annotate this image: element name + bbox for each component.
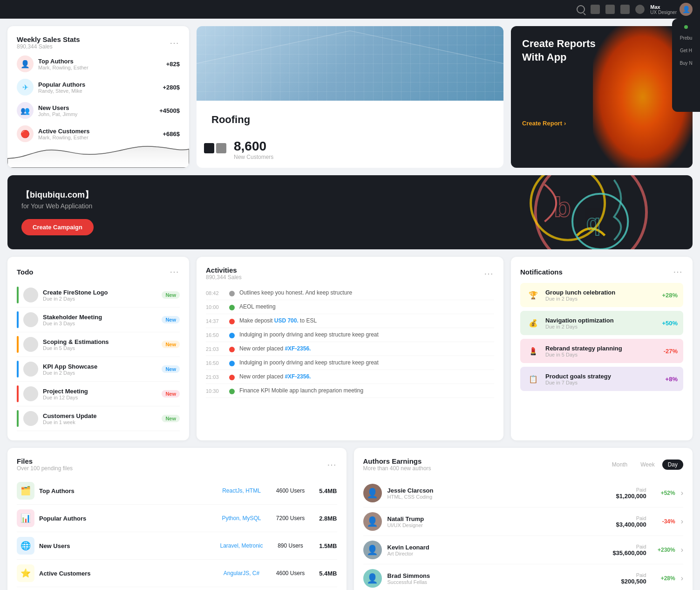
files-title-group: Files Over 100 pending files [17,457,73,472]
ae-arrow-icon[interactable]: › [681,489,683,497]
file-item: 🗂️ Top Authors ReactJs, HTML 4600 Users … [17,477,337,505]
ae-amount: $35,600,000 [600,549,646,556]
create-report-link[interactable]: Create Report › [522,120,681,127]
activity-text: Indulging in poorly driving and keep str… [239,331,494,338]
stat-info: Popular Authors Randy, Steve, Mike [38,81,158,94]
row-4: Files Over 100 pending files ⋯ 🗂️ Top Au… [7,448,693,590]
todo-badge: New [162,291,180,299]
todo-menu[interactable]: ⋯ [170,266,180,277]
ae-item: 👤 Jessie Clarcson HTML, CSS Coding Paid … [363,479,684,508]
ae-avatar: 👤 [363,541,382,559]
activity-dot [229,305,235,310]
activities-sub: 890,344 Sales [206,274,242,281]
todo-bar [17,287,19,303]
weekly-sales-menu[interactable]: ⋯ [170,37,180,48]
ae-name: Brad Simmons [387,572,594,579]
ae-paid-label: Paid [600,515,646,521]
ae-avatar: 👤 [363,484,382,502]
todo-name: Scoping & Estimations [43,338,157,345]
notification-value: +8% [666,376,678,383]
file-tech: Laravel, Metronic [216,542,267,549]
filter-month[interactable]: Month [606,460,633,470]
notification-name: Navigation optimization [545,317,657,324]
row-3: Todo ⋯ Create FireStone Logo Due in 2 Da… [7,257,693,440]
notifications-title: Notifications [520,268,563,276]
theme-icon[interactable] [635,5,645,14]
ae-header: Authors Earnings More than 400 new autho… [363,457,684,472]
activity-item: 14:37 Make deposit USD 700. to ESL [206,314,494,328]
activity-dot [229,375,235,380]
ae-role: UI/UX Designer [387,522,594,528]
activity-link[interactable]: #XF-2356. [285,373,311,380]
file-tech: ReactJs, HTML [216,487,267,494]
campaign-card: 【biqubiqu.com】 for Your Web Application … [7,175,693,249]
todo-due: Due in 2 Days [43,296,157,302]
activity-text: Outlines keep you honest. And keep struc… [239,289,494,296]
campaign-content: 【biqubiqu.com】 for Your Web Application … [21,189,679,235]
stat-info: New Users John, Pat, Jimmy [38,104,155,117]
activities-menu[interactable]: ⋯ [484,268,494,279]
activity-item: 21:03 New order placed #XF-2356. [206,370,494,384]
stat-item: 👥 New Users John, Pat, Jimmy +4500$ [17,102,180,119]
activity-item: 08:42 Outlines keep you honest. And keep… [206,286,494,300]
activity-time: 16:50 [206,332,224,338]
ae-role: HTML, CSS Coding [387,494,594,500]
nc-stats: 8,600 New Customers [234,139,273,160]
notification-value: +50% [662,320,678,327]
panel-item-3[interactable]: Buy N [678,59,694,68]
ae-avatar: 👤 [363,512,382,531]
files-menu[interactable]: ⋯ [327,459,337,470]
stat-value: +82$ [166,61,180,68]
activity-time: 08:42 [206,290,224,296]
campaign-title: 【biqubiqu.com】 [21,189,679,200]
todo-item: Customers Update Due in 1 week New [17,406,180,431]
ae-arrow-icon[interactable]: › [681,517,683,526]
notification-due: Due in 2 Days [545,296,657,302]
create-reports-title: Create ReportsWith App [522,37,681,64]
activities-list: 08:42 Outlines keep you honest. And keep… [206,286,494,398]
activity-link[interactable]: #XF-2356. [285,345,311,352]
file-name: New Users [39,542,211,549]
activity-dot [229,291,235,296]
panel-item-1[interactable]: Prebu [678,34,694,42]
file-name: Top Authors [39,487,211,494]
ae-arrow-icon[interactable]: › [681,574,683,583]
create-campaign-button[interactable]: Create Campaign [21,219,94,235]
notification-due: Due in 5 Days [545,352,659,357]
todo-info: KPI App Showcase Due in 2 Days [43,363,157,376]
filter-week[interactable]: Week [635,460,660,470]
todo-list: Create FireStone Logo Due in 2 Days New … [17,283,180,431]
todo-bar [17,385,19,402]
search-icon[interactable] [577,5,585,14]
avatar[interactable]: 👤 [680,3,693,16]
todo-header: Todo ⋯ [17,266,180,277]
activity-item: 21:03 New order placed #XF-2356. [206,342,494,356]
apps-icon[interactable] [620,5,630,14]
stat-info: Top Authors Mark, Rowling, Esther [38,58,162,70]
todo-avatar [23,386,38,401]
todo-info: Create FireStone Logo Due in 2 Days [43,289,157,302]
nc-square-dark [204,143,214,153]
activity-time: 16:50 [206,360,224,366]
notifications-card: Notifications ⋯ 🏆 Group lunch celebratio… [511,257,693,440]
activity-link[interactable]: USD 700. [274,317,299,324]
ae-item: 👤 Natali Trump UI/UX Designer Paid $3,40… [363,508,684,536]
filter-day[interactable]: Day [662,460,683,470]
notifications-menu[interactable]: ⋯ [673,266,683,277]
ae-amount: $1,200,000 [600,493,646,500]
menu-icon[interactable] [591,5,600,14]
activity-item: 16:50 Indulging in poorly driving and ke… [206,328,494,342]
activity-text: AEOL meeting [239,303,494,310]
notification-info: Product goals strategy Due in 7 Days [545,373,661,385]
file-name: Popular Authors [39,515,211,522]
notification-value: +28% [662,292,678,299]
grid-icon[interactable] [605,5,615,14]
activity-text: New order placed #XF-2356. [239,345,494,352]
panel-item-2[interactable]: Get H [678,46,694,55]
nc-icons-group [204,143,226,156]
ae-arrow-icon[interactable]: › [681,546,683,554]
campaign-sub: for Your Web Application [21,202,679,210]
todo-item: KPI App Showcase Due in 2 Days New [17,357,180,382]
roofing-card: Roofing 8,600 New Customers [197,26,503,168]
user-role: UX Designer [650,10,677,15]
